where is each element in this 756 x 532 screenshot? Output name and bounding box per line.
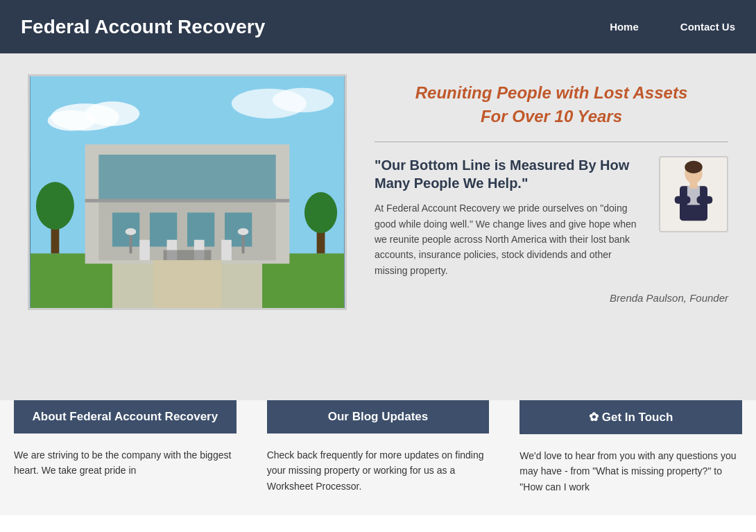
nav-links: Home Contact Us	[610, 21, 735, 33]
svg-point-32	[685, 161, 702, 173]
hero-bottom: "Our Bottom Line is Measured By How Many…	[375, 156, 728, 278]
card-blog-body: Check back frequently for more updates o…	[267, 447, 490, 494]
svg-rect-35	[675, 196, 691, 204]
card-about: About Federal Account Recovery We are st…	[0, 400, 250, 515]
svg-point-5	[273, 88, 334, 112]
navbar: Federal Account Recovery Home Contact Us	[0, 0, 756, 53]
founder-photo	[659, 156, 728, 232]
card-contact-body: We'd love to hear from you with any ques…	[519, 448, 742, 495]
svg-rect-9	[98, 155, 275, 203]
hero-divider	[375, 141, 728, 142]
svg-rect-12	[112, 212, 139, 246]
card-blog: Our Blog Updates Check back frequently f…	[250, 400, 504, 515]
nav-contact[interactable]: Contact Us	[680, 21, 735, 33]
hero-building-image	[28, 74, 347, 310]
svg-point-3	[48, 110, 96, 130]
svg-rect-10	[85, 199, 290, 203]
svg-rect-19	[221, 240, 232, 260]
nav-home[interactable]: Home	[610, 21, 639, 33]
card-about-body: We are striving to be the company with t…	[14, 447, 237, 479]
svg-rect-36	[697, 196, 713, 204]
svg-rect-20	[164, 250, 212, 261]
svg-rect-25	[130, 233, 132, 253]
hero-body: At Federal Account Recovery we pride our…	[375, 200, 645, 278]
svg-point-22	[36, 182, 74, 230]
cards-section: About Federal Account Recovery We are st…	[0, 400, 756, 515]
card-about-header: About Federal Account Recovery	[14, 400, 237, 434]
svg-point-24	[304, 192, 337, 233]
card-contact: ✿ Get In Touch We'd love to hear from yo…	[503, 400, 756, 515]
svg-rect-37	[690, 182, 698, 189]
svg-point-28	[238, 228, 249, 235]
card-contact-header: ✿ Get In Touch	[519, 400, 742, 434]
hero-tagline: Reuniting People with Lost Assets For Ov…	[375, 81, 728, 128]
hero-quote: "Our Bottom Line is Measured By How Many…	[375, 156, 645, 192]
founder-credit: Brenda Paulson, Founder	[375, 292, 728, 304]
hero-text-block: "Our Bottom Line is Measured By How Many…	[375, 156, 645, 278]
hero-section: Reuniting People with Lost Assets For Ov…	[0, 53, 756, 400]
tagline-line2: For Over 10 Years	[481, 107, 622, 126]
svg-rect-16	[139, 240, 150, 260]
svg-point-26	[126, 228, 137, 235]
svg-rect-29	[153, 260, 221, 308]
svg-rect-27	[242, 233, 245, 253]
hero-content: Reuniting People with Lost Assets For Ov…	[375, 74, 728, 304]
site-title: Federal Account Recovery	[21, 16, 265, 38]
card-blog-header: Our Blog Updates	[267, 400, 490, 434]
tagline-line1: Reuniting People with Lost Assets	[415, 83, 687, 102]
